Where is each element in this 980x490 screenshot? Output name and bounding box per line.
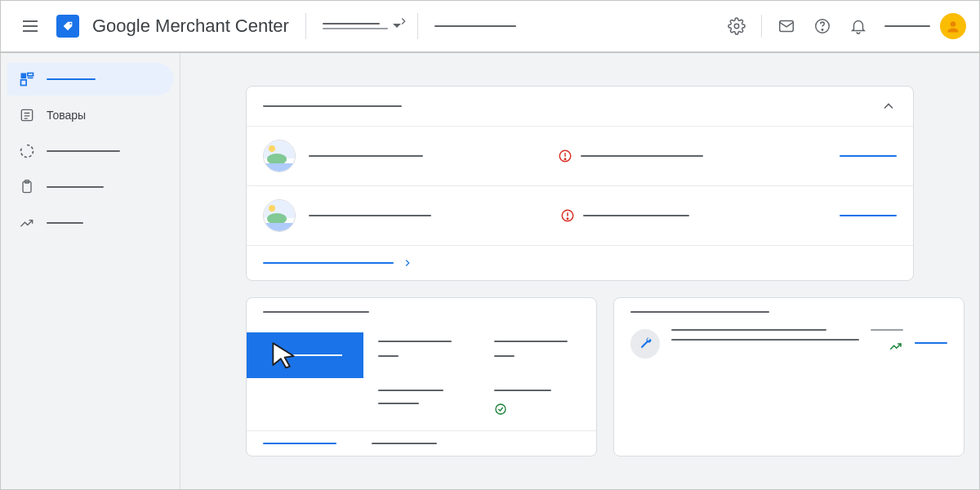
wrench-icon bbox=[638, 336, 653, 351]
sidebar-item-products[interactable]: Товары bbox=[7, 99, 173, 131]
app-title: Google Merchant Center bbox=[92, 16, 289, 37]
opportunity-item[interactable] bbox=[630, 329, 947, 359]
clipboard-icon bbox=[19, 179, 35, 195]
svg-rect-1 bbox=[780, 21, 794, 32]
product-thumbnail bbox=[263, 140, 296, 172]
help-button[interactable] bbox=[806, 10, 839, 42]
main-content bbox=[180, 53, 979, 489]
account-selector[interactable] bbox=[323, 22, 401, 30]
sidebar-item-label: Товары bbox=[47, 109, 86, 122]
svg-rect-5 bbox=[21, 74, 27, 79]
channels-card bbox=[246, 297, 597, 457]
selector-sublabel-line bbox=[323, 28, 388, 29]
chevron-up-icon bbox=[880, 98, 897, 114]
sidebar-item-marketing[interactable] bbox=[7, 171, 173, 203]
header-actions bbox=[720, 10, 966, 42]
divider bbox=[417, 13, 418, 39]
sidebar-item-label bbox=[47, 150, 120, 152]
avatar[interactable] bbox=[940, 13, 966, 39]
error-icon bbox=[558, 149, 572, 163]
svg-point-4 bbox=[951, 21, 956, 27]
dashboard-icon bbox=[19, 71, 35, 87]
svg-rect-6 bbox=[28, 74, 33, 76]
cursor-icon bbox=[268, 341, 299, 372]
error-icon bbox=[560, 208, 575, 223]
card-title bbox=[263, 311, 369, 313]
svg-point-13 bbox=[564, 158, 566, 160]
tab-value bbox=[378, 355, 399, 357]
opportunity-action-link[interactable] bbox=[915, 342, 947, 344]
svg-rect-8 bbox=[21, 80, 27, 86]
menu-button[interactable] bbox=[14, 10, 47, 42]
svg-point-15 bbox=[567, 218, 568, 220]
issue-row[interactable] bbox=[247, 127, 913, 186]
issue-row[interactable] bbox=[247, 186, 913, 246]
list-icon bbox=[19, 107, 35, 123]
sidebar-item-label bbox=[47, 222, 83, 224]
app-header: Google Merchant Center bbox=[1, 1, 979, 53]
tab-label bbox=[494, 341, 568, 342]
circle-progress-icon bbox=[19, 143, 35, 159]
sidebar: Товары bbox=[1, 53, 180, 489]
svg-point-3 bbox=[822, 29, 822, 30]
channel-tab[interactable] bbox=[363, 332, 480, 365]
sidebar-item-growth[interactable] bbox=[7, 207, 173, 239]
opportunity-title bbox=[671, 329, 826, 331]
wrench-badge bbox=[630, 329, 660, 359]
product-name bbox=[309, 215, 431, 216]
trend-arrow-icon bbox=[19, 215, 35, 231]
divider bbox=[305, 13, 306, 39]
tag-icon bbox=[61, 20, 74, 33]
mail-icon bbox=[777, 17, 795, 35]
account-link[interactable] bbox=[884, 25, 930, 27]
metric-label bbox=[378, 390, 443, 391]
sidebar-item-overview[interactable] bbox=[7, 63, 173, 96]
metric-value bbox=[378, 403, 419, 404]
divider bbox=[761, 15, 762, 38]
opportunities-card bbox=[613, 297, 964, 457]
issues-card-header[interactable] bbox=[247, 87, 913, 127]
issue-action-link[interactable] bbox=[840, 215, 897, 216]
person-icon bbox=[945, 18, 961, 34]
trend-up-icon bbox=[889, 339, 903, 354]
svg-point-0 bbox=[734, 24, 739, 29]
tab-value bbox=[494, 355, 514, 357]
metric-label bbox=[372, 443, 437, 444]
chevron-right-icon bbox=[402, 257, 413, 269]
gear-icon bbox=[728, 17, 746, 35]
breadcrumb[interactable] bbox=[434, 25, 516, 27]
issue-action-link[interactable] bbox=[840, 155, 897, 157]
product-logo bbox=[56, 15, 79, 38]
tab-label bbox=[378, 341, 452, 342]
sidebar-item-label bbox=[47, 186, 104, 188]
opportunity-desc bbox=[671, 339, 859, 341]
help-icon bbox=[813, 17, 831, 35]
footer-link-label bbox=[263, 262, 394, 264]
check-circle-icon bbox=[494, 403, 507, 416]
card-link[interactable] bbox=[263, 443, 336, 444]
menu-icon bbox=[20, 16, 40, 36]
card-title bbox=[263, 105, 402, 107]
channel-tab[interactable] bbox=[479, 332, 596, 365]
issue-status bbox=[583, 215, 689, 216]
issue-status bbox=[581, 155, 703, 157]
svg-point-16 bbox=[496, 404, 506, 414]
product-name bbox=[309, 155, 423, 157]
bell-icon bbox=[849, 17, 867, 35]
selector-label-line bbox=[323, 23, 380, 24]
issues-card-footer-link[interactable] bbox=[247, 246, 913, 280]
tab-label bbox=[293, 354, 342, 356]
product-thumbnail bbox=[263, 199, 296, 232]
channel-tab-selected[interactable] bbox=[247, 332, 363, 378]
chevron-right-icon bbox=[398, 16, 409, 27]
svg-rect-7 bbox=[28, 78, 33, 79]
notifications-button[interactable] bbox=[842, 10, 875, 42]
issues-card bbox=[246, 86, 914, 281]
sidebar-item-label bbox=[47, 78, 96, 80]
metric-label bbox=[494, 390, 551, 391]
mail-button[interactable] bbox=[770, 10, 803, 42]
opportunity-meta bbox=[871, 329, 903, 331]
card-title bbox=[630, 311, 769, 313]
sidebar-item-performance[interactable] bbox=[7, 135, 173, 167]
settings-button[interactable] bbox=[720, 10, 753, 42]
